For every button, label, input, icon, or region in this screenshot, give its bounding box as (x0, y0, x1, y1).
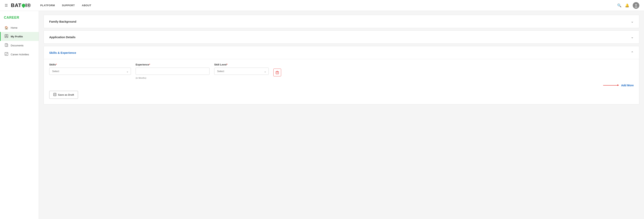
header-actions: 🔍 🔔 (617, 2, 639, 9)
sidebar-item-home[interactable]: 🏠 Home (0, 24, 39, 32)
skills-experience-body: Skills* Select ⌄ Experience* (44, 59, 639, 104)
sidebar-item-career-activities-label: Career Activities (11, 53, 29, 56)
app-header: ☰ BAT I® PLATFORM SUPPORT ABOUT 🔍 🔔 (0, 0, 644, 11)
add-more-link[interactable]: Add More (621, 84, 634, 87)
skill-level-select-wrapper: Select ⌄ (214, 68, 269, 75)
profile-icon (4, 34, 8, 39)
experience-hint: (in Months) (136, 77, 210, 79)
main-nav: PLATFORM SUPPORT ABOUT (40, 4, 617, 7)
documents-icon (4, 43, 8, 48)
family-background-chevron-icon: ⌄ (631, 19, 634, 24)
skills-label: Skills* (49, 63, 131, 66)
skills-experience-title: Skills & Experience (49, 51, 76, 54)
skill-level-select[interactable]: Select (214, 68, 269, 75)
sidebar-item-career-activities[interactable]: Career Activities (0, 50, 39, 59)
skills-field-group: Skills* Select ⌄ (49, 63, 131, 75)
svg-point-3 (6, 35, 7, 36)
skills-experience-section: Skills & Experience ⌄ Skills* Se (44, 46, 639, 104)
application-details-chevron-icon: ⌄ (631, 35, 634, 39)
family-background-title: Family Background (49, 20, 76, 23)
experience-input[interactable] (136, 68, 210, 75)
skills-experience-chevron-icon: ⌄ (631, 51, 634, 55)
save-draft-button[interactable]: Save as Draft (49, 91, 78, 99)
svg-point-0 (635, 4, 637, 6)
delete-skill-button[interactable] (273, 69, 281, 76)
svg-rect-8 (276, 72, 278, 74)
sidebar-section-title: CAREER (0, 16, 39, 24)
menu-icon[interactable]: ☰ (5, 3, 8, 8)
nav-platform[interactable]: PLATFORM (40, 4, 55, 7)
skill-level-required-star: * (227, 63, 228, 66)
experience-label: Experience* (136, 63, 210, 66)
logo: BAT I® (11, 2, 31, 8)
logo-leaf-icon (21, 3, 26, 8)
nav-about[interactable]: ABOUT (82, 4, 92, 7)
home-icon: 🏠 (4, 26, 8, 30)
sidebar-item-home-label: Home (11, 26, 18, 29)
application-details-header[interactable]: Application Details ⌄ (44, 31, 639, 44)
notification-icon[interactable]: 🔔 (625, 3, 629, 8)
add-more-row: Add More (49, 84, 634, 87)
save-draft-label: Save as Draft (58, 93, 74, 96)
main-content: Family Background ⌄ Application Details … (39, 11, 644, 219)
sidebar-item-documents-label: Documents (11, 44, 24, 47)
career-activities-icon (4, 52, 8, 57)
add-more-arrow (603, 85, 619, 86)
skills-select-wrapper: Select ⌄ (49, 68, 131, 75)
experience-field-group: Experience* (in Months) (136, 63, 210, 79)
avatar[interactable] (633, 2, 639, 9)
main-layout: CAREER 🏠 Home My Profile (0, 11, 644, 219)
sidebar-item-my-profile-label: My Profile (11, 35, 23, 38)
sidebar-item-my-profile[interactable]: My Profile (0, 32, 39, 41)
svg-rect-4 (5, 44, 7, 47)
logo-text: BAT (11, 2, 22, 8)
logo-text-end: I® (26, 2, 31, 8)
experience-required-star: * (149, 63, 150, 66)
svg-point-1 (635, 7, 638, 8)
sidebar: CAREER 🏠 Home My Profile (0, 11, 39, 219)
skills-select[interactable]: Select (49, 68, 131, 75)
application-details-title: Application Details (49, 36, 76, 39)
svg-rect-12 (54, 93, 56, 94)
svg-rect-13 (54, 95, 56, 96)
skill-level-label: Skill Level* (214, 63, 269, 66)
skills-experience-header[interactable]: Skills & Experience ⌄ (44, 46, 639, 59)
nav-support[interactable]: SUPPORT (62, 4, 75, 7)
search-icon[interactable]: 🔍 (617, 3, 622, 8)
skill-level-field-group: Skill Level* Select ⌄ (214, 63, 269, 75)
save-icon (53, 93, 56, 97)
arrow-line (603, 85, 619, 86)
trash-icon (276, 71, 279, 74)
family-background-section: Family Background ⌄ (44, 15, 639, 28)
family-background-header[interactable]: Family Background ⌄ (44, 15, 639, 28)
skills-required-star: * (56, 63, 57, 66)
application-details-section: Application Details ⌄ (44, 30, 639, 44)
sidebar-item-documents[interactable]: Documents (0, 41, 39, 50)
skills-form-row: Skills* Select ⌄ Experience* (49, 63, 634, 79)
